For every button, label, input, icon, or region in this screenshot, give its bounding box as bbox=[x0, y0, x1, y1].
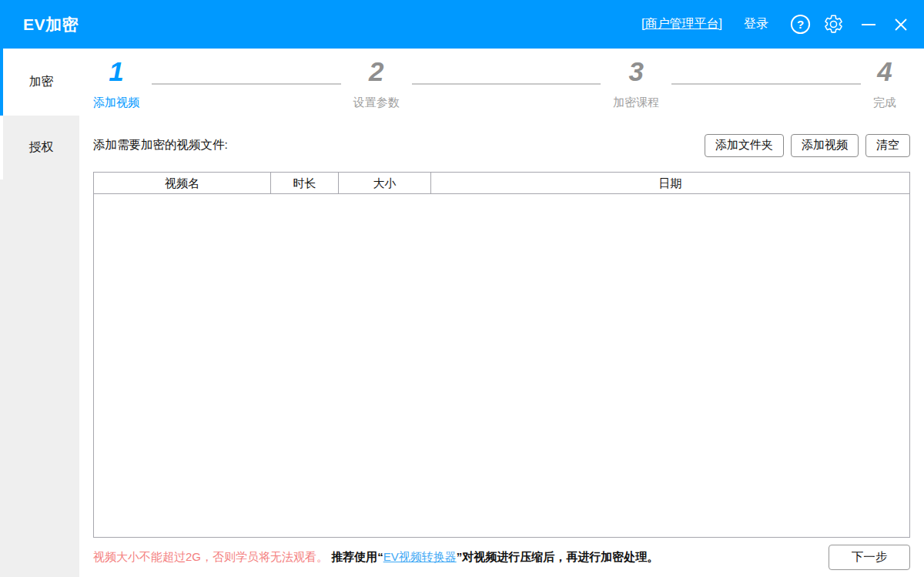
toolbar: 添加需要加密的视频文件: 添加文件夹 添加视频 清空 bbox=[79, 116, 924, 166]
help-icon[interactable]: ? bbox=[790, 14, 811, 35]
tip-suffix-text: ”对视频进行压缩后，再进行加密处理。 bbox=[457, 550, 659, 563]
sidebar: 加密 授权 bbox=[0, 49, 79, 577]
video-table-header: 视频名 时长 大小 日期 bbox=[94, 173, 909, 194]
footer-notice: 视频大小不能超过2G，否则学员将无法观看。 推荐使用“EV视频转换器”对视频进行… bbox=[93, 550, 829, 565]
step-wizard: 1 2 3 4 添加视频 设置参数 加密课程 完成 bbox=[79, 49, 924, 116]
sidebar-item-encrypt-label: 加密 bbox=[29, 74, 54, 90]
app-body: 加密 授权 1 2 3 4 添加视频 设置参数 加密课程 完成 添加需要加密的视… bbox=[0, 49, 924, 577]
step-3-label: 加密课程 bbox=[613, 96, 659, 116]
step-4-label: 完成 bbox=[873, 96, 896, 116]
minimize-icon[interactable] bbox=[861, 15, 876, 35]
step-connector bbox=[412, 83, 601, 85]
clear-button[interactable]: 清空 bbox=[865, 134, 910, 157]
login-button[interactable]: 登录 bbox=[744, 16, 768, 32]
column-header-duration: 时长 bbox=[271, 173, 339, 193]
add-folder-button[interactable]: 添加文件夹 bbox=[705, 134, 784, 157]
step-connector bbox=[671, 83, 861, 85]
sidebar-item-authorize-label: 授权 bbox=[29, 139, 54, 156]
column-header-video-name: 视频名 bbox=[94, 173, 271, 193]
merchant-platform-link[interactable]: [商户管理平台] bbox=[641, 16, 722, 32]
step-2-number: 2 bbox=[353, 58, 400, 91]
footer-bar: 视频大小不能超过2G，否则学员将无法观看。 推荐使用“EV视频转换器”对视频进行… bbox=[79, 538, 924, 577]
section-label: 添加需要加密的视频文件: bbox=[93, 137, 698, 153]
column-header-date: 日期 bbox=[431, 173, 909, 193]
app-title: EV加密 bbox=[23, 14, 79, 35]
step-1-label: 添加视频 bbox=[93, 96, 139, 116]
step-1-number: 1 bbox=[93, 58, 139, 91]
title-bar: EV加密 [商户管理平台] 登录 ? bbox=[0, 0, 924, 49]
video-table-body bbox=[94, 194, 909, 537]
next-step-button[interactable]: 下一步 bbox=[829, 545, 910, 570]
ev-converter-link[interactable]: EV视频转换器 bbox=[383, 550, 457, 563]
add-video-button[interactable]: 添加视频 bbox=[791, 134, 859, 157]
svg-text:?: ? bbox=[797, 18, 804, 31]
step-3-number: 3 bbox=[613, 58, 659, 91]
column-header-size: 大小 bbox=[339, 173, 431, 193]
step-connector bbox=[152, 83, 341, 85]
size-warning-text: 视频大小不能超过2G，否则学员将无法观看。 bbox=[93, 550, 328, 563]
tip-prefix-text: 推荐使用“ bbox=[331, 550, 383, 563]
step-2-label: 设置参数 bbox=[353, 96, 400, 116]
main-content: 1 2 3 4 添加视频 设置参数 加密课程 完成 添加需要加密的视频文件: 添… bbox=[79, 49, 924, 577]
sidebar-item-encrypt[interactable]: 加密 bbox=[0, 49, 79, 116]
sidebar-item-authorize[interactable]: 授权 bbox=[0, 116, 79, 179]
video-table: 视频名 时长 大小 日期 bbox=[93, 172, 910, 538]
gear-icon[interactable] bbox=[823, 14, 844, 35]
close-icon[interactable] bbox=[893, 15, 909, 35]
step-4-number: 4 bbox=[873, 58, 896, 91]
